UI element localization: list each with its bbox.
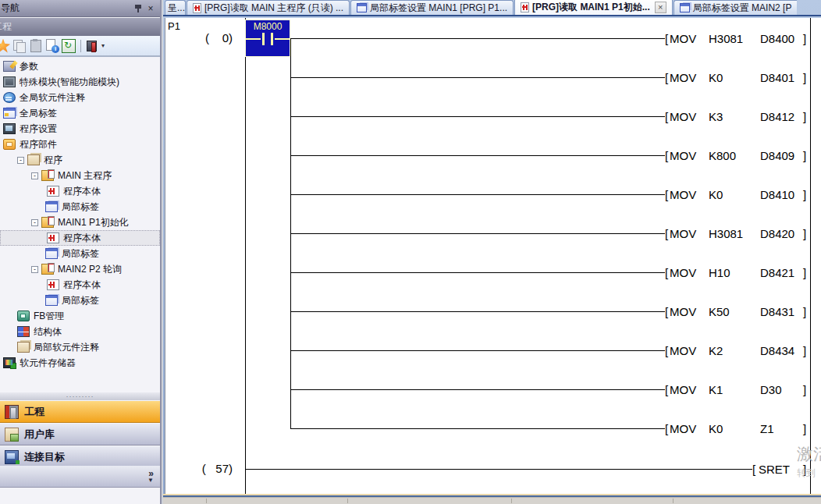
contact-m8000-selected-cell[interactable]: M8000 (245, 20, 290, 57)
rung-wire (291, 194, 665, 195)
tree-item-special-module[interactable]: 特殊模块(智能功能模块) (0, 74, 160, 90)
instruction-open-bracket: [ (665, 32, 668, 45)
view-button-user-library[interactable]: 用户库 (0, 423, 160, 445)
nav-toolbar: ▾ (0, 36, 160, 57)
instruction-close-bracket: ] (803, 383, 806, 396)
display-filter-icon[interactable] (86, 39, 100, 53)
tab-label-main1[interactable]: 局部标签设置 MAIN1 [PRG] P1... (350, 0, 514, 15)
tree-item-main1-program-body[interactable]: 程序本体 (0, 230, 160, 246)
tree-item-main2-local-label[interactable]: 局部标签 (0, 293, 160, 308)
tree-item-struct[interactable]: 结构体 (0, 324, 160, 339)
instruction-mnemonic: MOV (670, 110, 696, 123)
view-selector-buttons: 工程用户库连接目标 (0, 400, 160, 468)
tab-prg-main[interactable]: [PRG]读取 MAIN 主程序 (只读) ... (187, 0, 350, 15)
tree-item-label: 程序本体 (63, 279, 101, 292)
tree-item-device-memory[interactable]: 软元件存储器 (0, 355, 160, 371)
tab-label: [PRG]读取 MAIN 主程序 (只读) ... (204, 2, 343, 15)
editor-area: 呈...[PRG]读取 MAIN 主程序 (只读) ...局部标签设置 MAIN… (163, 0, 821, 504)
property-icon[interactable] (45, 39, 59, 53)
expand-toggle-icon[interactable]: - (17, 157, 24, 164)
tree-item-main1-program[interactable]: -MAIN1 P1初始化 (0, 215, 160, 230)
ladder-canvas[interactable]: P1 ( 0) ( 57) M8000 [MOVH3081D8400][MOVK… (165, 18, 821, 495)
view-selector-overflow[interactable]: » ▼ (0, 466, 160, 488)
rung-wire (291, 311, 665, 312)
rung-wire (291, 428, 665, 429)
tree-item-main-program[interactable]: -MAIN 主程序 (0, 168, 160, 183)
toolbar-separator (80, 40, 81, 52)
instruction-open-bracket: [ (665, 266, 668, 279)
tree-item-program-parts[interactable]: 程序部件 (0, 137, 160, 152)
pin-icon[interactable] (132, 2, 144, 14)
tree-item-global-label[interactable]: 全局标签 (0, 105, 160, 121)
tree-item-main-local-label[interactable]: 局部标签 (0, 199, 160, 215)
copy-icon[interactable] (12, 39, 27, 53)
tab-close-icon[interactable]: × (655, 2, 666, 13)
tree-item-global-device-comment[interactable]: 全局软元件注释 (0, 90, 160, 105)
tree-item-main2-program-body[interactable]: 程序本体 (0, 277, 160, 293)
tree-item-label: MAIN2 P2 轮询 (58, 263, 122, 276)
instruction-open-bracket: [ (665, 422, 668, 435)
program-folder-icon (27, 154, 40, 165)
step-number-0: ( 0) (165, 31, 233, 44)
tree-item-program-setting[interactable]: 程序设置 (0, 121, 160, 137)
instruction-close-bracket: ] (803, 227, 806, 240)
local-label-icon (45, 201, 58, 212)
tree-item-program[interactable]: -程序 (0, 152, 160, 168)
program-parts-icon (3, 139, 16, 150)
tree-item-label: 程序本体 (63, 232, 101, 245)
navigation-titlebar: 导航 × (0, 0, 160, 17)
tree-item-main-program-body[interactable]: 程序本体 (0, 183, 160, 199)
instruction-source-operand: K2 (709, 344, 723, 357)
bottom-scrollbar-strip[interactable] (163, 497, 821, 504)
local-label-icon (45, 248, 58, 259)
global-label-icon (3, 108, 16, 119)
view-button-project[interactable]: 工程 (0, 400, 160, 423)
tree-item-parameter[interactable]: 参数 (0, 59, 160, 74)
tree-item-label: 参数 (20, 60, 38, 73)
tree-item-fb-manage[interactable]: FB管理 (0, 308, 160, 324)
ladder-program-icon (193, 3, 201, 13)
toolbar-dropdown-arrow[interactable]: ▾ (101, 42, 105, 49)
expand-toggle-icon[interactable]: - (31, 172, 38, 179)
local-label-icon (45, 295, 58, 306)
tree-item-label: 程序设置 (20, 122, 57, 136)
tree-item-main2-program[interactable]: -MAIN2 P2 轮询 (0, 261, 160, 277)
paste-icon[interactable] (29, 39, 43, 53)
expand-toggle-icon[interactable]: - (31, 219, 38, 226)
instruction-source-operand: K0 (709, 422, 723, 435)
rung-wire (291, 350, 665, 351)
program-setting-icon (3, 123, 16, 134)
tree-item-label: 程序 (44, 154, 62, 167)
instruction-close-bracket: ] (803, 266, 806, 279)
instruction-mnemonic: MOV (670, 32, 696, 45)
instruction-mnemonic: MOV (670, 149, 696, 162)
tab-clipped-left[interactable]: 呈... (165, 0, 186, 15)
close-panel-icon[interactable]: × (144, 2, 157, 14)
project-icon (5, 405, 19, 419)
instruction-mnemonic: MOV (670, 305, 696, 318)
tree-item-main1-local-label[interactable]: 局部标签 (0, 246, 160, 261)
instruction-open-bracket: [ (665, 305, 668, 318)
new-icon[interactable] (0, 39, 10, 53)
instruction-destination-operand: D8420 (760, 227, 794, 240)
chevron-right-icon[interactable]: » (148, 470, 154, 477)
view-button-connect-target[interactable]: 连接目标 (0, 445, 160, 468)
tree-item-label: FB管理 (34, 310, 64, 323)
parameter-icon (3, 61, 16, 72)
instruction-source-operand: H3081 (709, 32, 743, 45)
tab-prg-main1[interactable]: [PRG]读取 MAIN1 P1初始...× (514, 0, 673, 15)
instruction-source-operand: K1 (709, 383, 723, 396)
tree-item-label: 局部软元件注释 (34, 341, 99, 354)
instruction-close-bracket: ] (803, 188, 806, 201)
instruction-mnemonic: MOV (670, 188, 696, 201)
right-power-rail (810, 18, 811, 495)
chevron-down-icon[interactable]: ▼ (147, 477, 154, 484)
expand-toggle-icon[interactable]: - (31, 266, 38, 273)
tab-label-main2[interactable]: 局部标签设置 MAIN2 [P (674, 0, 798, 15)
panel-splitter[interactable]: ········· (0, 392, 160, 400)
refresh-icon[interactable] (62, 39, 76, 53)
instruction-destination-operand: D8434 (760, 344, 794, 357)
rung-wire (291, 77, 665, 78)
tree-item-local-device-comment[interactable]: 局部软元件注释 (0, 339, 160, 355)
instruction-close-bracket: ] (803, 149, 806, 162)
